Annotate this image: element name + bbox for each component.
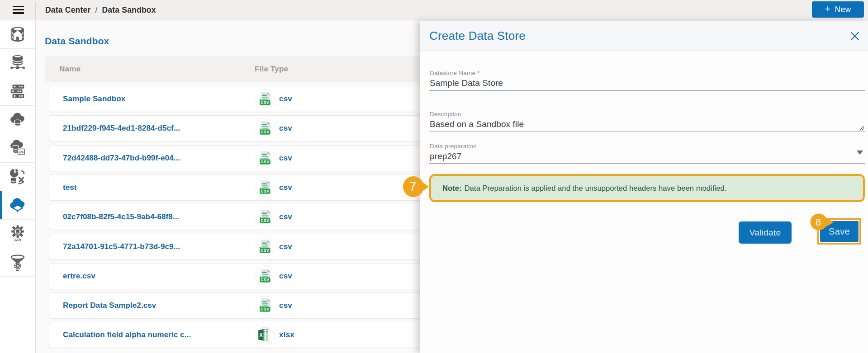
row-name-link[interactable]: test <box>63 175 77 200</box>
csv-file-icon <box>255 237 275 257</box>
description-input[interactable]: Based on a Sandbox file <box>430 119 524 129</box>
sidebar-item-data-code[interactable]: </> <box>0 134 35 163</box>
data-transform-icon <box>8 167 27 186</box>
resize-handle-icon[interactable] <box>859 125 864 131</box>
drawer-header: Create Data Store <box>420 21 868 51</box>
sidebar-item-databases[interactable] <box>0 49 35 77</box>
drawer-title: Create Data Store <box>429 21 526 51</box>
row-name-link[interactable]: 21bdf229-f945-4ed1-8284-d5cf... <box>63 116 180 141</box>
csv-file-icon <box>255 89 275 109</box>
svg-text:API: API <box>14 237 21 242</box>
sidebar-item-data-center-home[interactable] <box>0 20 35 49</box>
csv-file-icon <box>255 118 275 138</box>
breadcrumb: Data Center / Data Sandbox <box>45 0 156 20</box>
row-file-type: csv <box>279 116 292 141</box>
breadcrumb-item-data-center[interactable]: Data Center <box>45 5 90 15</box>
cloud-database-icon <box>8 110 27 129</box>
servers-icon <box>8 82 27 101</box>
cloud-sandbox-icon <box>8 196 27 215</box>
csv-file-icon <box>255 148 275 168</box>
note-banner: Note: Data Preparation is applied and th… <box>429 174 865 202</box>
row-file-type: csv <box>279 204 292 230</box>
datastore-name-underline <box>429 90 865 91</box>
sidebar-item-data-transform[interactable] <box>0 163 35 191</box>
topbar-divider <box>35 2 36 19</box>
data-preparation-underline <box>429 163 865 164</box>
new-button[interactable]: + New <box>812 1 864 18</box>
annotation-step8-badge: 8 <box>810 212 834 231</box>
sidebar-item-api[interactable]: API <box>0 220 35 248</box>
hamburger-icon <box>13 6 24 7</box>
column-header-file-type: File Type <box>255 56 288 82</box>
csv-file-icon <box>255 207 275 227</box>
csv-file-icon <box>255 178 275 198</box>
create-data-store-drawer: Create Data Store Datastore Name * Sampl… <box>420 21 868 353</box>
row-file-type: csv <box>279 146 292 171</box>
csv-file-icon <box>255 296 275 315</box>
page-title: Data Sandbox <box>45 36 109 47</box>
cloud-database-code-icon: </> <box>8 139 27 158</box>
svg-text:8: 8 <box>816 217 821 228</box>
row-file-type: xlsx <box>279 322 294 348</box>
row-name-link[interactable]: 72a14701-91c5-4771-b73d-9c9... <box>63 234 180 259</box>
breadcrumb-separator: / <box>95 5 97 15</box>
close-button[interactable] <box>849 30 861 42</box>
row-name-link[interactable]: ertre.csv <box>63 264 95 289</box>
menu-button[interactable] <box>13 6 24 14</box>
row-name-link[interactable]: 72d42488-dd73-47bd-b99f-e04... <box>63 146 180 171</box>
row-name-link[interactable]: 02c7f08b-82f5-4c15-9ab4-68f8... <box>63 204 179 230</box>
description-label: Description <box>430 111 461 118</box>
description-underline <box>429 132 865 132</box>
csv-file-icon <box>255 266 275 286</box>
validate-button[interactable]: Validate <box>739 221 792 244</box>
breadcrumb-item-data-sandbox[interactable]: Data Sandbox <box>102 5 156 15</box>
annotation-step7-badge: 7 <box>403 175 429 198</box>
row-file-type: csv <box>279 86 292 112</box>
plus-icon: + <box>825 4 831 14</box>
new-button-label: New <box>835 5 851 14</box>
row-name-link[interactable]: Sample Sandbox <box>63 86 125 112</box>
sidebar: </> <box>0 20 36 353</box>
xlsx-file-icon <box>255 325 275 345</box>
data-preparation-label: Data preparation <box>430 143 477 150</box>
column-header-name: Name <box>59 56 81 82</box>
close-icon <box>849 30 861 42</box>
row-file-type: csv <box>279 293 292 318</box>
sidebar-item-servers[interactable] <box>0 77 35 106</box>
data-preparation-select[interactable]: prep267 <box>430 151 461 161</box>
row-name-link[interactable]: Report Data Sample2.csv <box>63 293 156 318</box>
row-name-link[interactable]: Calculation field alpha numeric c... <box>63 322 191 348</box>
sidebar-item-cloud-data[interactable] <box>0 106 35 134</box>
row-file-type: csv <box>279 234 292 259</box>
note-prefix: Note: <box>442 184 462 193</box>
datastore-name-input[interactable]: Sample Data Store <box>430 78 503 88</box>
dropdown-caret-icon[interactable] <box>857 151 863 155</box>
note-text: Data Preparation is applied and the unsu… <box>465 184 727 193</box>
api-gear-icon: API <box>8 224 27 243</box>
sidebar-item-data-filter[interactable] <box>0 248 35 277</box>
datastore-name-label: Datastore Name * <box>430 70 480 76</box>
funnel-gear-icon <box>8 253 27 272</box>
svg-text:7: 7 <box>409 180 416 193</box>
database-network-icon <box>8 53 27 72</box>
sidebar-item-data-sandbox[interactable] <box>0 191 35 220</box>
row-file-type: csv <box>279 175 292 200</box>
database-home-icon <box>8 25 27 44</box>
row-file-type: csv <box>279 264 292 289</box>
topbar: Data Center / Data Sandbox + New <box>0 0 868 20</box>
svg-text:</>: </> <box>19 150 24 154</box>
